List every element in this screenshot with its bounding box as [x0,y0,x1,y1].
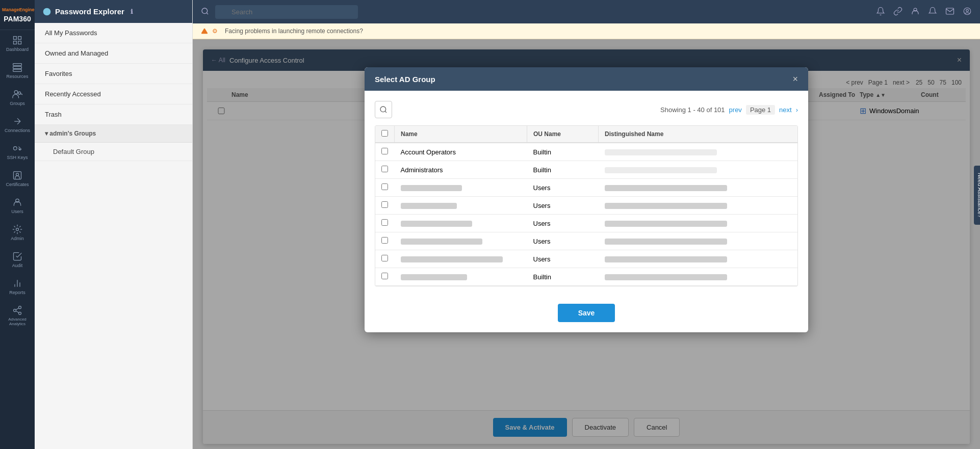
mail-icon[interactable] [945,7,955,17]
row-ou-4: Users [527,215,599,232]
table-header-row: Name OU Name Distinguished Name [375,126,797,143]
profile-icon[interactable] [963,7,972,17]
nav-item-trash[interactable]: Trash [35,104,192,125]
search-icon-top [201,7,209,17]
row-ou-6: Users [527,250,599,268]
row-name-7 [395,268,527,286]
svg-point-15 [14,309,16,311]
row-dn-2 [599,179,798,197]
row-name-1: Administrators [395,161,527,179]
svg-point-23 [380,107,386,112]
select-ad-group-title: Select AD Group [375,75,435,84]
row-checkbox-5[interactable] [381,237,388,244]
sidebar-item-admin[interactable]: Admin [0,219,35,246]
svg-rect-10 [14,171,21,179]
brand-logo: ManageEngine PAM360 [0,4,35,30]
row-name-2 [395,179,527,197]
row-checkbox-6[interactable] [381,255,388,261]
settings-icon-banner: ⚙ [212,28,218,35]
svg-rect-1 [18,36,21,39]
left-nav-header: Password Explorer ℹ [35,0,192,23]
select-all-checkbox[interactable] [381,130,388,137]
row-checkbox-2[interactable] [381,183,388,190]
select-ad-group-close[interactable]: × [792,74,798,84]
row-name-0: Account Operators [395,143,527,161]
select-ad-group-footer: Save [365,297,808,332]
row-dn-6 [599,250,798,268]
nav-item-all-my-passwords[interactable]: All My Passwords [35,23,192,43]
user-icon-top[interactable] [911,7,920,17]
table-row: Users [375,215,797,232]
row-checkbox-1[interactable] [381,166,388,172]
svg-point-7 [14,90,18,94]
row-dn-3 [599,197,798,215]
select-ad-group-dialog: Select AD Group × Showing 1 - 40 of 101 … [365,67,808,332]
table-row: Users [375,232,797,250]
main-content: ⚙ Facing problems in launching remote co… [193,0,980,449]
sidebar-item-advanced-analytics[interactable]: Advanced Analytics [0,300,35,331]
nav-item-owned-and-managed[interactable]: Owned and Managed [35,43,192,64]
table-row: Users [375,250,797,268]
sidebar-item-resources[interactable]: Resources [0,57,35,84]
row-dn-1 [599,161,798,179]
row-checkbox-3[interactable] [381,201,388,208]
sidebar-item-users[interactable]: Users [0,192,35,219]
left-nav: Password Explorer ℹ All My Passwords Own… [35,0,193,449]
nav-item-favorites[interactable]: Favorites [35,64,192,84]
svg-rect-5 [13,66,22,68]
row-ou-7: Builtin [527,268,599,286]
svg-point-17 [202,8,208,14]
notification-icon[interactable] [876,7,885,17]
svg-rect-4 [13,63,22,65]
svg-point-9 [14,147,17,150]
select-ad-group-body: Showing 1 - 40 of 101 prev Page 1 next › [365,91,808,297]
ad-group-table: Name OU Name Distinguished Name Account … [375,126,797,286]
row-dn-5 [599,232,798,250]
th-ou-name: OU Name [527,126,599,143]
row-ou-2: Users [527,179,599,197]
th-distinguished-name: Distinguished Name [599,126,798,143]
sidebar-item-connections[interactable]: Connections [0,111,35,138]
ad-search-button[interactable] [375,101,392,118]
prev-page-link[interactable]: prev [729,106,742,114]
row-ou-5: Users [527,232,599,250]
sidebar-item-dashboard[interactable]: Dashboard [0,30,35,57]
row-dn-0 [599,143,798,161]
row-name-4 [395,215,527,232]
table-row: Account OperatorsBuiltin [375,143,797,161]
row-checkbox-0[interactable] [381,148,388,154]
banner[interactable]: ⚙ Facing problems in launching remote co… [193,23,980,39]
row-ou-1: Builtin [527,161,599,179]
row-name-6 [395,250,527,268]
table-row: Users [375,179,797,197]
sidebar-item-audit[interactable]: Audit [0,246,35,273]
left-nav-title: Password Explorer [55,7,124,16]
sidebar-item-certificates[interactable]: Certificates [0,165,35,192]
row-dn-7 [599,268,798,286]
row-name-5 [395,232,527,250]
sidebar-item-reports[interactable]: Reports [0,273,35,300]
sidebar-item-ssh-keys[interactable]: SSH Keys [0,138,35,165]
svg-rect-3 [18,41,21,44]
svg-point-11 [16,173,19,176]
top-bar-icons [876,7,972,17]
sidebar-item-groups[interactable]: Groups [0,84,35,111]
row-ou-3: Users [527,197,599,215]
ad-save-button[interactable]: Save [558,304,615,322]
link-icon[interactable] [893,7,902,17]
svg-rect-6 [13,69,22,71]
need-assistance-button[interactable]: Need Assistance? [974,165,980,224]
select-ad-group-header: Select AD Group × [365,67,808,91]
row-checkbox-4[interactable] [381,219,388,226]
top-search-input[interactable] [215,5,358,19]
nav-sub-item-default-group[interactable]: Default Group [35,143,192,161]
row-checkbox-7[interactable] [381,273,388,279]
nav-item-recently-accessed[interactable]: Recently Accessed [35,84,192,104]
next-page-link[interactable]: next [779,106,792,114]
nav-group-section: ▾ admin's Groups [35,125,192,143]
svg-rect-0 [14,36,17,39]
bell-icon[interactable] [928,7,937,17]
table-row: AdministratorsBuiltin [375,161,797,179]
help-icon[interactable]: ℹ [131,8,133,15]
ad-group-table-wrapper: Name OU Name Distinguished Name Account … [375,125,798,286]
